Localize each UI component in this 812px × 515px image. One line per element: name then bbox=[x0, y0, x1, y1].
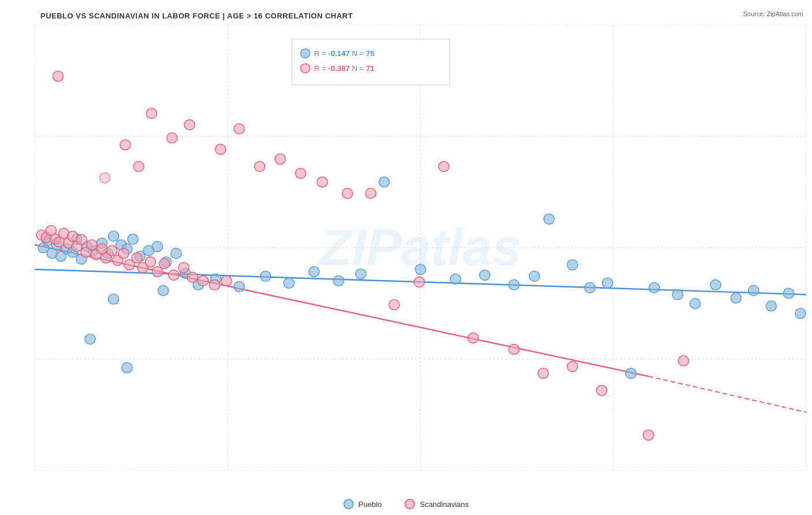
chart-title: PUEBLO VS SCANDINAVIAN IN LABOR FORCE | … bbox=[35, 12, 806, 20]
svg-point-120 bbox=[255, 162, 265, 172]
svg-point-58 bbox=[356, 269, 366, 279]
svg-point-135 bbox=[678, 356, 688, 366]
svg-point-70 bbox=[649, 282, 660, 293]
svg-point-111 bbox=[53, 71, 63, 81]
svg-point-129 bbox=[468, 333, 478, 343]
svg-point-66 bbox=[567, 260, 578, 270]
svg-rect-19 bbox=[301, 49, 310, 58]
svg-point-118 bbox=[215, 144, 226, 155]
chart-area: 100.0% 75.0% 50.0% 25.0% 0.0% 100.0% In … bbox=[35, 25, 806, 471]
svg-point-42 bbox=[128, 234, 138, 244]
svg-point-49 bbox=[109, 294, 119, 304]
svg-rect-18 bbox=[292, 39, 449, 85]
svg-point-132 bbox=[567, 361, 578, 372]
svg-point-50 bbox=[158, 285, 169, 296]
svg-point-57 bbox=[333, 275, 344, 286]
svg-point-107 bbox=[187, 273, 198, 283]
svg-point-123 bbox=[317, 177, 327, 187]
svg-point-130 bbox=[509, 344, 519, 354]
svg-point-53 bbox=[234, 281, 244, 292]
svg-point-67 bbox=[584, 282, 595, 293]
svg-point-116 bbox=[167, 133, 177, 143]
svg-point-112 bbox=[146, 109, 157, 119]
svg-point-125 bbox=[366, 188, 376, 199]
legend-scandinavians: Scandinavians bbox=[405, 499, 469, 509]
svg-point-100 bbox=[132, 253, 142, 263]
svg-point-121 bbox=[275, 154, 285, 165]
svg-point-60 bbox=[415, 264, 426, 275]
svg-text:R = -0.147   N = 75: R = -0.147 N = 75 bbox=[314, 50, 375, 58]
legend-container: Pueblo Scandinavians bbox=[343, 499, 468, 509]
svg-point-55 bbox=[284, 278, 294, 288]
svg-point-56 bbox=[309, 267, 319, 277]
svg-point-117 bbox=[184, 120, 195, 130]
svg-point-61 bbox=[450, 274, 461, 285]
svg-point-124 bbox=[342, 188, 352, 199]
svg-point-133 bbox=[597, 386, 607, 396]
svg-point-114 bbox=[133, 162, 144, 172]
svg-point-115 bbox=[99, 173, 110, 183]
svg-point-126 bbox=[389, 300, 399, 310]
svg-point-73 bbox=[710, 279, 721, 290]
svg-point-76 bbox=[766, 301, 776, 311]
svg-line-25 bbox=[649, 376, 806, 412]
svg-point-104 bbox=[159, 259, 170, 269]
svg-point-108 bbox=[198, 275, 208, 286]
scatter-plot: 100.0% 75.0% 50.0% 25.0% 0.0% 100.0% In … bbox=[35, 25, 806, 471]
svg-point-54 bbox=[260, 271, 271, 282]
svg-point-79 bbox=[85, 334, 95, 344]
svg-point-109 bbox=[210, 279, 220, 290]
svg-point-63 bbox=[509, 279, 519, 290]
svg-point-113 bbox=[120, 140, 131, 150]
svg-point-68 bbox=[602, 278, 613, 288]
svg-point-92 bbox=[87, 240, 97, 250]
svg-point-77 bbox=[784, 288, 794, 298]
svg-point-110 bbox=[221, 275, 232, 286]
svg-point-69 bbox=[625, 368, 636, 379]
svg-point-47 bbox=[171, 248, 181, 259]
svg-point-72 bbox=[690, 298, 701, 309]
svg-point-134 bbox=[643, 430, 654, 441]
svg-point-64 bbox=[529, 271, 539, 282]
pueblo-legend-label: Pueblo bbox=[358, 500, 381, 509]
scandinavians-legend-dot bbox=[405, 499, 415, 509]
svg-point-45 bbox=[152, 241, 162, 252]
svg-point-78 bbox=[795, 308, 806, 319]
svg-point-39 bbox=[109, 231, 119, 241]
svg-point-62 bbox=[479, 270, 490, 281]
svg-point-71 bbox=[672, 289, 683, 300]
svg-point-65 bbox=[544, 214, 554, 225]
pueblo-legend-dot bbox=[343, 499, 353, 509]
legend-pueblo: Pueblo bbox=[343, 499, 381, 509]
svg-point-98 bbox=[118, 248, 129, 259]
chart-container: PUEBLO VS SCANDINAVIAN IN LABOR FORCE | … bbox=[0, 0, 812, 515]
svg-point-75 bbox=[748, 285, 759, 296]
svg-point-96 bbox=[106, 245, 117, 256]
svg-point-119 bbox=[234, 124, 244, 134]
svg-point-122 bbox=[295, 168, 306, 178]
svg-point-102 bbox=[145, 257, 155, 267]
svg-point-80 bbox=[122, 363, 132, 373]
svg-point-105 bbox=[169, 270, 179, 281]
svg-point-90 bbox=[76, 234, 87, 245]
svg-point-127 bbox=[414, 277, 424, 287]
svg-point-59 bbox=[379, 177, 389, 187]
source-label: Source: ZipAtlas.com bbox=[743, 10, 803, 17]
svg-point-74 bbox=[731, 293, 741, 303]
svg-rect-21 bbox=[301, 64, 310, 73]
scandinavians-legend-label: Scandinavians bbox=[420, 500, 469, 509]
svg-point-128 bbox=[438, 162, 449, 172]
svg-point-106 bbox=[178, 263, 189, 273]
svg-text:R = -0.387   N = 71: R = -0.387 N = 71 bbox=[314, 64, 375, 73]
svg-point-131 bbox=[538, 368, 548, 379]
